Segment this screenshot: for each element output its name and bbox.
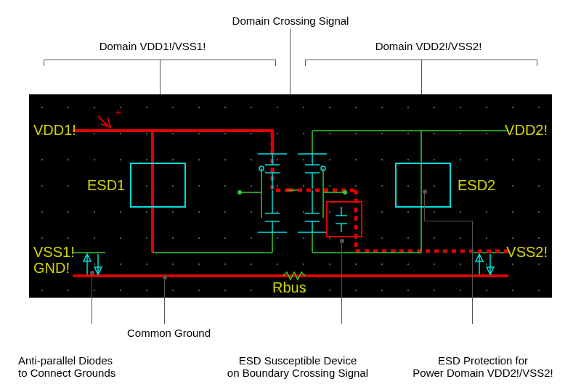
label-esd2: ESD2 [458,177,495,194]
bracket-stem-2 [421,60,422,94]
ptr-dot-protection [423,189,427,194]
ptr-susceptible [341,241,342,324]
svg-rect-16 [131,163,185,207]
label-vdd2: VDD2! [505,122,548,139]
schematic-wiring: − [29,94,552,298]
svg-rect-17 [396,163,450,207]
label-plus: + [115,106,121,119]
callout-domain2: Domain VDD2!/VSS2! [334,40,523,52]
svg-point-25 [343,190,347,195]
ptr-protection-h [424,221,472,221]
callout-protection: ESD Protection for Power Domain VDD2!/VS… [403,354,563,379]
ptr-protection-v [424,192,425,221]
callout-susceptible-l2: on Boundary Crossing Signal [222,367,374,379]
callout-susceptible: ESD Susceptible Device on Boundary Cross… [222,354,374,379]
ptr-protection-v2 [472,221,473,324]
label-rbus: Rbus [272,279,306,296]
schematic-area: − VDD1! VDD2! VSS1! VSS2! GND! ESD1 ESD2… [29,94,552,298]
callout-antiparallel-l2: to Connect Grounds [18,367,115,379]
label-esd1: ESD1 [87,177,125,194]
callout-antiparallel: Anti-parallel Diodes to Connect Grounds [18,354,115,379]
ptr-antiparallel [92,273,92,324]
bracket-stem-1 [160,60,161,94]
label-vdd1: VDD1! [33,122,76,139]
label-vss2: VSS2! [506,244,548,261]
label-vss1: VSS1! [33,244,75,261]
callout-common-ground: Common Ground [127,327,211,339]
callout-domain1: Domain VDD1!/VSS1! [58,40,247,52]
callout-protection-l1: ESD Protection for [403,354,563,367]
callout-antiparallel-l1: Anti-parallel Diodes [18,354,115,367]
svg-point-21 [237,190,242,195]
callout-susceptible-l1: ESD Susceptible Device [222,354,374,367]
callout-domain-crossing: Domain Crossing Signal [218,15,363,27]
label-gnd: GND! [33,260,70,277]
ptr-dot-antiparallel [90,271,94,275]
callout-protection-l2: Power Domain VDD2!/VSS2! [403,367,563,379]
diagram-root: Domain Crossing Signal Domain VDD1!/VSS1… [0,0,581,392]
ptr-dot-common-ground [163,275,167,279]
ptr-dot-susceptible [340,239,344,243]
ptr-common-ground [164,277,165,324]
